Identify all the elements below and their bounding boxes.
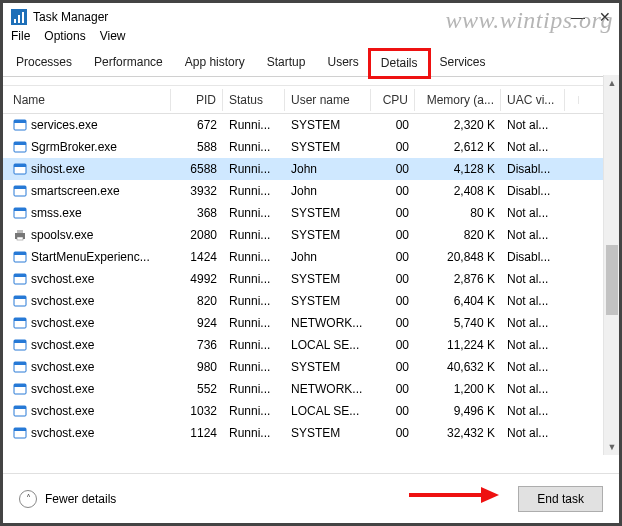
cell-pid: 552 [171, 382, 223, 396]
process-grid: NamePIDStatusUser nameCPUMemory (a...UAC… [3, 85, 619, 444]
minimize-button[interactable]: — [571, 9, 585, 25]
cell-status: Runni... [223, 382, 285, 396]
process-name: svchost.exe [31, 360, 94, 374]
app-window-icon [13, 316, 27, 330]
cell-status: Runni... [223, 272, 285, 286]
fewer-details-toggle[interactable]: ˄ Fewer details [19, 490, 116, 508]
cell-user: LOCAL SE... [285, 338, 371, 352]
process-name: svchost.exe [31, 426, 94, 440]
cell-status: Runni... [223, 294, 285, 308]
tab-performance[interactable]: Performance [83, 49, 174, 76]
column-header[interactable]: UAC vi... [501, 89, 565, 111]
process-name: services.exe [31, 118, 98, 132]
cell-cpu: 00 [371, 228, 415, 242]
process-name: smss.exe [31, 206, 82, 220]
column-header[interactable]: CPU [371, 89, 415, 111]
tab-services[interactable]: Services [429, 49, 497, 76]
cell-pid: 588 [171, 140, 223, 154]
process-row[interactable]: svchost.exe4992Runni...SYSTEM002,876 KNo… [3, 268, 619, 290]
menu-bar: File Options View [3, 27, 619, 49]
cell-status: Runni... [223, 118, 285, 132]
scroll-up-icon[interactable]: ▲ [604, 75, 620, 91]
callout-arrow-icon [409, 485, 499, 505]
process-row[interactable]: svchost.exe924Runni...NETWORK...005,740 … [3, 312, 619, 334]
cell-cpu: 00 [371, 272, 415, 286]
tab-startup[interactable]: Startup [256, 49, 317, 76]
process-name: SgrmBroker.exe [31, 140, 117, 154]
tab-users[interactable]: Users [316, 49, 369, 76]
chevron-up-icon: ˄ [19, 490, 37, 508]
process-row[interactable]: svchost.exe980Runni...SYSTEM0040,632 KNo… [3, 356, 619, 378]
menu-options[interactable]: Options [44, 29, 85, 43]
process-name-cell: svchost.exe [7, 426, 171, 440]
process-name-cell: svchost.exe [7, 338, 171, 352]
process-name-cell: svchost.exe [7, 316, 171, 330]
cell-cpu: 00 [371, 382, 415, 396]
process-row[interactable]: smss.exe368Runni...SYSTEM0080 KNot al... [3, 202, 619, 224]
cell-uac: Disabl... [501, 162, 565, 176]
cell-cpu: 00 [371, 338, 415, 352]
cell-user: SYSTEM [285, 118, 371, 132]
process-row[interactable]: svchost.exe552Runni...NETWORK...001,200 … [3, 378, 619, 400]
printer-icon [13, 228, 27, 242]
end-task-button[interactable]: End task [518, 486, 603, 512]
cell-user: SYSTEM [285, 140, 371, 154]
process-name: spoolsv.exe [31, 228, 93, 242]
close-button[interactable]: ✕ [599, 9, 611, 25]
cell-uac: Disabl... [501, 184, 565, 198]
menu-view[interactable]: View [100, 29, 126, 43]
cell-uac: Not al... [501, 316, 565, 330]
cell-status: Runni... [223, 206, 285, 220]
column-header[interactable]: Name [7, 89, 171, 111]
process-row[interactable]: services.exe672Runni...SYSTEM002,320 KNo… [3, 114, 619, 136]
column-header[interactable]: Memory (a... [415, 89, 501, 111]
vertical-scrollbar[interactable]: ▲ ▼ [603, 75, 619, 455]
tab-details[interactable]: Details [370, 50, 429, 77]
column-header[interactable]: User name [285, 89, 371, 111]
cell-user: John [285, 162, 371, 176]
cell-mem: 2,320 K [415, 118, 501, 132]
app-window-icon [13, 382, 27, 396]
process-row[interactable]: svchost.exe1124Runni...SYSTEM0032,432 KN… [3, 422, 619, 444]
process-name-cell: svchost.exe [7, 404, 171, 418]
cell-mem: 2,612 K [415, 140, 501, 154]
task-manager-icon [11, 9, 27, 25]
process-row[interactable]: svchost.exe820Runni...SYSTEM006,404 KNot… [3, 290, 619, 312]
process-row[interactable]: SgrmBroker.exe588Runni...SYSTEM002,612 K… [3, 136, 619, 158]
column-header[interactable]: PID [171, 89, 223, 111]
scroll-down-icon[interactable]: ▼ [604, 439, 620, 455]
cell-uac: Not al... [501, 360, 565, 374]
process-row[interactable]: spoolsv.exe2080Runni...SYSTEM00820 KNot … [3, 224, 619, 246]
tab-processes[interactable]: Processes [5, 49, 83, 76]
cell-mem: 5,740 K [415, 316, 501, 330]
column-header[interactable]: Status [223, 89, 285, 111]
process-row[interactable]: svchost.exe736Runni...LOCAL SE...0011,22… [3, 334, 619, 356]
tab-app-history[interactable]: App history [174, 49, 256, 76]
process-name: sihost.exe [31, 162, 85, 176]
process-name: StartMenuExperienc... [31, 250, 150, 264]
cell-uac: Not al... [501, 140, 565, 154]
cell-user: John [285, 250, 371, 264]
cell-uac: Not al... [501, 382, 565, 396]
app-window-icon [13, 140, 27, 154]
cell-pid: 4992 [171, 272, 223, 286]
cell-mem: 2,876 K [415, 272, 501, 286]
process-name: svchost.exe [31, 404, 94, 418]
cell-pid: 736 [171, 338, 223, 352]
process-row[interactable]: sihost.exe6588Runni...John004,128 KDisab… [3, 158, 619, 180]
cell-status: Runni... [223, 426, 285, 440]
svg-marker-10 [481, 487, 499, 503]
process-row[interactable]: smartscreen.exe3932Runni...John002,408 K… [3, 180, 619, 202]
title-bar: Task Manager — ✕ [3, 3, 619, 27]
process-row[interactable]: StartMenuExperienc...1424Runni...John002… [3, 246, 619, 268]
app-window-icon [13, 184, 27, 198]
cell-cpu: 00 [371, 294, 415, 308]
process-name-cell: StartMenuExperienc... [7, 250, 171, 264]
cell-mem: 4,128 K [415, 162, 501, 176]
menu-file[interactable]: File [11, 29, 30, 43]
scrollbar-thumb[interactable] [606, 245, 618, 315]
cell-uac: Not al... [501, 294, 565, 308]
cell-status: Runni... [223, 228, 285, 242]
cell-cpu: 00 [371, 316, 415, 330]
process-row[interactable]: svchost.exe1032Runni...LOCAL SE...009,49… [3, 400, 619, 422]
